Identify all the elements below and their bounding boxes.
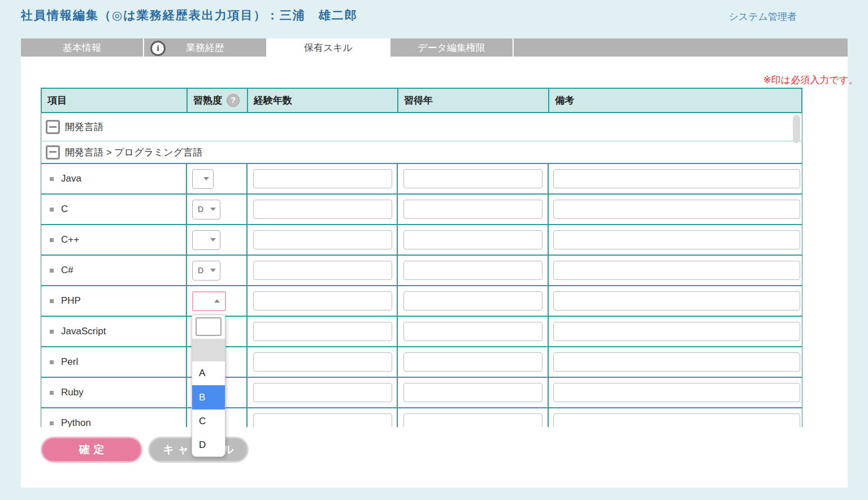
dropdown-option-blank-hover[interactable] bbox=[192, 339, 225, 361]
dropdown-option-d[interactable]: D bbox=[192, 433, 225, 457]
collapse-icon[interactable] bbox=[46, 120, 60, 134]
required-note: ※印は必須入力です。 bbox=[763, 74, 858, 87]
table-row-python: Python bbox=[41, 408, 802, 427]
acquired-year-input[interactable] bbox=[403, 352, 542, 372]
column-header-years: 経験年数 bbox=[248, 89, 398, 112]
acquired-year-input[interactable] bbox=[403, 291, 542, 311]
years-input[interactable] bbox=[253, 352, 392, 372]
level-select[interactable]: D bbox=[192, 200, 220, 219]
bullet-icon bbox=[50, 360, 54, 364]
table-row-csharp: C# D bbox=[41, 256, 802, 286]
skill-table: 項目 習熟度 ? 経験年数 習得年 備考 開発言語 開発言語 > プログラミング… bbox=[41, 88, 802, 427]
years-input[interactable] bbox=[253, 230, 392, 249]
tab-data-edit-permission[interactable]: データ編集権限 bbox=[390, 38, 514, 57]
notes-input[interactable] bbox=[553, 383, 800, 402]
dropdown-option-c[interactable]: C bbox=[192, 410, 225, 433]
years-input[interactable] bbox=[253, 169, 392, 188]
skill-name: Python bbox=[61, 417, 91, 427]
level-dropdown-panel: A B C D bbox=[192, 314, 225, 457]
table-row-java: Java bbox=[41, 164, 802, 195]
notes-input[interactable] bbox=[553, 352, 800, 372]
notes-input[interactable] bbox=[553, 230, 800, 249]
tab-work-history[interactable]: i 業務経歴 bbox=[144, 38, 267, 57]
chevron-down-icon bbox=[203, 177, 209, 180]
user-role-label: システム管理者 bbox=[728, 10, 797, 23]
acquired-year-input[interactable] bbox=[403, 383, 542, 402]
collapse-icon[interactable] bbox=[46, 145, 60, 160]
dropdown-option-empty[interactable] bbox=[196, 317, 222, 336]
table-row-perl: Perl bbox=[41, 347, 802, 378]
acquired-year-input[interactable] bbox=[403, 200, 542, 219]
bullet-icon bbox=[50, 421, 54, 425]
scrollbar-thumb[interactable] bbox=[793, 115, 800, 143]
tab-basic-info[interactable]: 基本情報 bbox=[21, 38, 144, 57]
level-select[interactable] bbox=[192, 169, 214, 189]
acquired-year-input[interactable] bbox=[403, 413, 542, 427]
skill-name: Ruby bbox=[61, 387, 84, 398]
level-select[interactable]: D bbox=[192, 261, 220, 281]
skill-name: JavaScript bbox=[61, 326, 106, 337]
chevron-down-icon bbox=[210, 238, 216, 242]
notes-input[interactable] bbox=[553, 291, 800, 311]
help-icon[interactable]: ? bbox=[227, 94, 240, 107]
years-input[interactable] bbox=[253, 261, 392, 280]
years-input[interactable] bbox=[253, 413, 392, 427]
bullet-icon bbox=[50, 238, 54, 242]
years-input[interactable] bbox=[253, 200, 392, 219]
chevron-down-icon bbox=[210, 208, 216, 211]
years-input[interactable] bbox=[253, 291, 392, 311]
level-select[interactable] bbox=[192, 230, 220, 250]
confirm-button[interactable]: 確定 bbox=[41, 437, 142, 463]
table-row-cpp: C++ bbox=[41, 225, 802, 256]
bullet-icon bbox=[50, 208, 54, 212]
bullet-icon bbox=[50, 299, 54, 303]
tab-skills[interactable]: 保有スキル bbox=[267, 38, 390, 57]
acquired-year-input[interactable] bbox=[403, 261, 542, 280]
chevron-up-icon bbox=[214, 299, 220, 303]
level-select-open[interactable] bbox=[192, 291, 226, 311]
dropdown-option-b-highlighted[interactable]: B bbox=[192, 385, 225, 410]
table-header-row: 項目 習熟度 ? 経験年数 習得年 備考 bbox=[41, 88, 802, 113]
acquired-year-input[interactable] bbox=[403, 169, 542, 188]
dropdown-option-a[interactable]: A bbox=[192, 361, 225, 385]
notes-input[interactable] bbox=[553, 322, 800, 341]
group-row-programming-language: 開発言語 > プログラミング言語 bbox=[41, 141, 802, 164]
table-row-php: PHP bbox=[41, 286, 802, 317]
skill-name: Java bbox=[61, 173, 81, 184]
column-header-acquired-year: 習得年 bbox=[398, 89, 549, 112]
table-row-c: C D bbox=[41, 195, 802, 225]
info-icon: i bbox=[150, 41, 166, 56]
table-row-javascript: JavaScript bbox=[41, 317, 802, 347]
column-header-level: 習熟度 ? bbox=[188, 89, 248, 112]
tab-bar: 基本情報 i 業務経歴 保有スキル データ編集権限 bbox=[21, 38, 848, 57]
group-row-dev-language: 開発言語 bbox=[41, 113, 802, 141]
bullet-icon bbox=[50, 330, 54, 334]
table-row-ruby: Ruby bbox=[41, 378, 802, 408]
skill-name: C# bbox=[61, 265, 73, 276]
column-header-notes: 備考 bbox=[549, 89, 801, 112]
bullet-icon bbox=[50, 269, 54, 273]
notes-input[interactable] bbox=[553, 261, 800, 280]
column-header-item: 項目 bbox=[42, 89, 188, 112]
skill-name: C bbox=[61, 204, 68, 215]
page-title: 社員情報編集（◎は業務経歴表出力項目）：三浦 雄二郎 bbox=[21, 7, 358, 23]
years-input[interactable] bbox=[253, 383, 392, 402]
notes-input[interactable] bbox=[553, 413, 800, 427]
skill-name: C++ bbox=[61, 234, 79, 245]
skill-name: Perl bbox=[61, 356, 78, 368]
years-input[interactable] bbox=[253, 322, 392, 341]
tab-bar-filler bbox=[514, 38, 848, 57]
chevron-down-icon bbox=[210, 269, 216, 272]
acquired-year-input[interactable] bbox=[403, 230, 542, 249]
acquired-year-input[interactable] bbox=[403, 322, 542, 341]
notes-input[interactable] bbox=[553, 200, 800, 219]
notes-input[interactable] bbox=[553, 169, 800, 188]
bullet-icon bbox=[50, 391, 54, 395]
bullet-icon bbox=[50, 177, 54, 181]
skill-name: PHP bbox=[61, 295, 81, 307]
